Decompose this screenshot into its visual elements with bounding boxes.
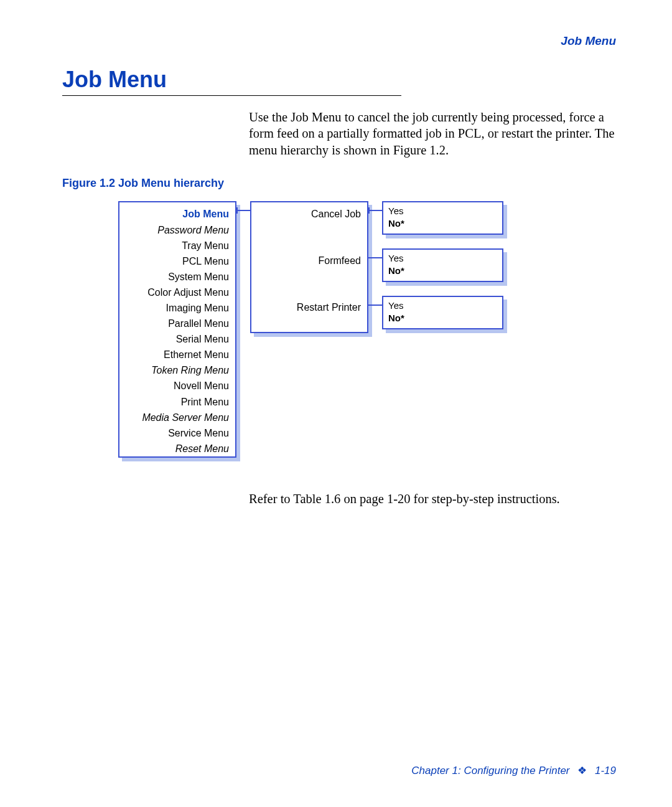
figure-caption: Figure 1.2 Job Menu hierarchy <box>62 177 616 190</box>
footer-chapter: Chapter 1: Configuring the Printer <box>411 765 569 776</box>
menu-box: Job Menu Password Menu Tray Menu PCL Men… <box>118 201 236 458</box>
option-yes: Yes <box>388 252 497 265</box>
page: Job Menu Job Menu Use the Job Menu to ca… <box>0 0 672 807</box>
options-box: Yes No* <box>382 248 503 282</box>
menu-item: Job Menu <box>123 206 229 222</box>
connector-line <box>368 210 382 211</box>
menu-list: Job Menu Password Menu Tray Menu PCL Men… <box>123 206 229 456</box>
menu-item: System Menu <box>123 269 229 285</box>
submenu-spacer <box>255 284 361 300</box>
menu-item: Service Menu <box>123 425 229 441</box>
connector-line <box>368 304 382 306</box>
option-no-default: No* <box>388 217 497 230</box>
menu-item: Tray Menu <box>123 238 229 253</box>
options-box: Yes No* <box>382 296 503 329</box>
option-yes: Yes <box>388 205 497 217</box>
connector-line <box>236 210 250 211</box>
connector-line <box>368 257 382 258</box>
submenu-item: Formfeed <box>255 253 361 268</box>
title-rule <box>62 95 401 96</box>
footer-page-number: 1-19 <box>595 765 616 776</box>
submenu-item: Cancel Job <box>255 206 361 222</box>
intro-paragraph: Use the Job Menu to cancel the job curre… <box>249 109 616 159</box>
option-no-default: No* <box>388 265 497 277</box>
menu-item: Ethernet Menu <box>123 347 229 362</box>
connector-tick <box>236 207 238 214</box>
menu-item: Color Adjust Menu <box>123 285 229 300</box>
options-box: Yes No* <box>382 201 503 235</box>
submenu-item: Restart Printer <box>255 300 361 315</box>
submenu-spacer <box>255 268 361 284</box>
menu-item: PCL Menu <box>123 253 229 269</box>
footer-bullet-icon: ❖ <box>577 765 587 776</box>
menu-item: Password Menu <box>123 222 229 238</box>
option-no-default: No* <box>388 312 497 324</box>
menu-item: Media Server Menu <box>123 410 229 425</box>
submenu-box: Cancel Job Formfeed Restart Printer <box>250 201 368 333</box>
running-header: Job Menu <box>62 34 616 48</box>
section-title: Job Menu <box>62 67 616 93</box>
page-footer: Chapter 1: Configuring the Printer ❖ 1-1… <box>411 764 616 777</box>
menu-item: Serial Menu <box>123 331 229 347</box>
outro-paragraph: Refer to Table 1.6 on page 1-20 for step… <box>249 491 616 507</box>
connector-tick <box>368 207 370 214</box>
menu-item: Imaging Menu <box>123 300 229 316</box>
figure-hierarchy: Job Menu Password Menu Tray Menu PCL Men… <box>118 201 616 469</box>
menu-item: Print Menu <box>123 394 229 410</box>
submenu-spacer <box>255 222 361 237</box>
menu-item: Reset Menu <box>123 441 229 456</box>
menu-item: Parallel Menu <box>123 316 229 331</box>
option-yes: Yes <box>388 300 497 312</box>
menu-item: Token Ring Menu <box>123 362 229 378</box>
submenu-spacer <box>255 237 361 253</box>
menu-item: Novell Menu <box>123 378 229 394</box>
